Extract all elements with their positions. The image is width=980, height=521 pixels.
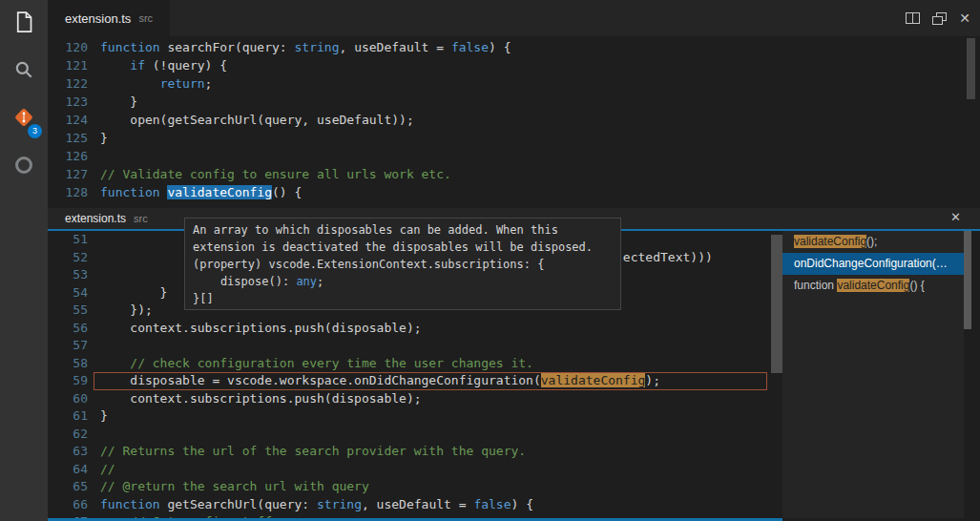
line-number: 54 (48, 284, 88, 302)
line-number: 62 (48, 426, 88, 444)
code-line-121[interactable]: 121 if (!query) { (48, 56, 971, 74)
code-line-61[interactable]: 61} (48, 407, 771, 426)
tooltip-line: dispose(): any; (193, 273, 613, 290)
line-number: 55 (48, 302, 88, 320)
editor-scrollbar-thumb[interactable] (967, 38, 975, 99)
line-number: 123 (48, 93, 88, 111)
code-line-66[interactable]: 66function getSearchUrl(query: string, u… (48, 496, 771, 514)
code-line-59[interactable]: 59 disposable = vscode.workspace.onDidCh… (48, 372, 771, 390)
code-line-57[interactable]: 57 (48, 337, 771, 355)
code-line-124[interactable]: 124 open(getSearchUrl(query, useDefault)… (48, 111, 971, 129)
peek-title: extension.ts (65, 212, 126, 225)
split-editor-icon[interactable] (906, 12, 920, 24)
editor-top-code[interactable]: 120function searchFor(query: string, use… (48, 38, 971, 208)
references-scrollbar-thumb[interactable] (964, 231, 971, 329)
line-number: 120 (48, 38, 88, 56)
line-number: 57 (48, 337, 88, 355)
tooltip-line: extension is deactivated the disposables… (193, 239, 613, 256)
line-number: 58 (48, 355, 88, 373)
line-number: 52 (48, 249, 88, 267)
editor-tab-bar: extension.ts src ✕ (48, 0, 980, 36)
line-number: 128 (48, 183, 88, 201)
line-number: 63 (48, 443, 88, 461)
line-number: 64 (48, 461, 88, 479)
references-list: validateConfig();onDidChangeConfiguratio… (782, 231, 964, 518)
sidebar-item-explorer[interactable] (0, 0, 48, 48)
scm-badge: 3 (28, 124, 42, 138)
sidebar-item-debug[interactable] (0, 143, 48, 191)
code-line-126[interactable]: 126 (48, 147, 971, 165)
sidebar-item-source-control[interactable]: 3 (0, 95, 48, 143)
line-number: 121 (48, 56, 88, 74)
peek-close-icon[interactable]: ✕ (950, 211, 961, 223)
code-line-127[interactable]: 127// Validate config to ensure all urls… (48, 165, 971, 183)
tooltip-line: (property) vscode.ExtensionContext.subsc… (193, 256, 613, 273)
line-number: 56 (48, 320, 88, 338)
code-line-62[interactable]: 62 (48, 426, 771, 444)
code-line-63[interactable]: 63// Returns the url of the search provi… (48, 443, 771, 461)
search-icon (13, 59, 34, 84)
sidebar-item-search[interactable] (0, 48, 48, 95)
line-number: 124 (48, 111, 88, 129)
explorer-icon (14, 10, 33, 37)
code-line-64[interactable]: 64// (48, 461, 771, 479)
close-editor-icon[interactable]: ✕ (959, 11, 970, 25)
line-number: 66 (48, 496, 88, 514)
activity-bar: 3 (0, 0, 48, 521)
code-line-123[interactable]: 123 } (48, 93, 971, 111)
line-number: 127 (48, 165, 88, 183)
tab-title: extension.ts (65, 11, 131, 26)
tab-detail: src (138, 12, 153, 24)
line-number: 61 (48, 407, 88, 426)
code-line-60[interactable]: 60 context.subscriptions.push(disposable… (48, 390, 771, 408)
editor-actions: ✕ (906, 0, 970, 36)
line-number: 51 (48, 231, 88, 249)
open-changes-icon[interactable] (932, 12, 947, 25)
reference-item[interactable]: validateConfig(); (782, 231, 964, 253)
peek-detail: src (134, 213, 148, 224)
debug-icon (13, 155, 34, 179)
tooltip-line: An array to which disposables can be add… (193, 221, 613, 239)
tooltip-line: }[] (193, 290, 613, 307)
code-line-122[interactable]: 122 return; (48, 74, 971, 93)
line-number: 53 (48, 266, 88, 284)
tab-extension-ts[interactable]: extension.ts src (48, 0, 170, 36)
code-line-125[interactable]: 125} (48, 129, 971, 147)
code-line-120[interactable]: 120function searchFor(query: string, use… (48, 38, 971, 56)
code-line-58[interactable]: 58 // check configuration every time the… (48, 355, 771, 373)
code-line-56[interactable]: 56 context.subscriptions.push(disposable… (48, 320, 771, 338)
line-number: 122 (48, 74, 88, 93)
line-number: 59 (48, 372, 88, 390)
code-line-128[interactable]: 128function validateConfig() { (48, 183, 971, 201)
peek-scrollbar-thumb[interactable] (771, 235, 782, 373)
line-number: 65 (48, 478, 88, 496)
line-number: 126 (48, 147, 88, 165)
reference-item[interactable]: onDidChangeConfiguration(… (782, 253, 964, 275)
line-number: 60 (48, 390, 88, 408)
reference-item[interactable]: function validateConfig() { (782, 275, 964, 297)
code-line-65[interactable]: 65// @return the search url with query (48, 478, 771, 496)
hover-tooltip: An array to which disposables can be add… (184, 218, 621, 310)
line-number: 125 (48, 129, 88, 147)
